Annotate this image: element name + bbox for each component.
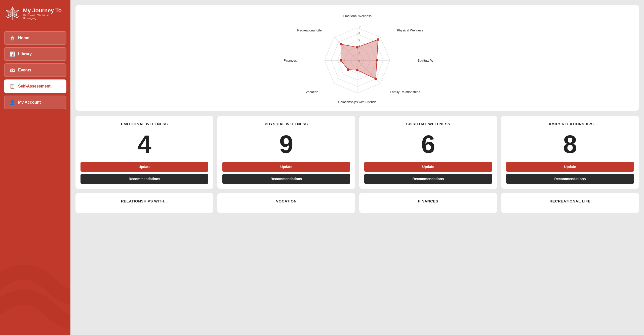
sidebar-item-self-assessment[interactable]: 📋 Self-Assessment	[4, 79, 66, 93]
score-family: 8	[563, 132, 577, 157]
score-physical: 9	[279, 132, 293, 157]
radar-label-finances: Finances	[284, 59, 297, 62]
card-relationships-friends: Relationships With...	[75, 193, 213, 213]
events-icon: 📅	[10, 67, 15, 73]
svg-text:0: 0	[358, 59, 360, 62]
update-spiritual-button[interactable]: Update	[364, 162, 492, 172]
recommendations-family-button[interactable]: Recommendations	[506, 174, 634, 184]
recommendations-emotional-button[interactable]: Recommendations	[80, 174, 208, 184]
card-emotional-wellness: Emotional Wellness 4 Update Recommendati…	[75, 116, 213, 189]
logo-icon	[5, 6, 20, 21]
card-title-vocation: Vocation	[222, 199, 350, 203]
card-title-physical: Physical Wellness	[265, 122, 308, 126]
svg-point-26	[340, 43, 342, 46]
score-cards-bottom-grid: Relationships With... Vocation Finances …	[75, 193, 639, 213]
update-physical-button[interactable]: Update	[222, 162, 350, 172]
score-emotional: 4	[137, 132, 151, 157]
card-title-emotional: Emotional Wellness	[121, 122, 168, 126]
update-family-button[interactable]: Update	[506, 162, 634, 172]
radar-label-recreational: Recreational Life	[297, 28, 322, 32]
radar-chart: 4 2 6 8 10 0 Emotional Wellness Physical…	[282, 10, 433, 106]
card-title-spiritual: Spiritual Wellness	[406, 122, 450, 126]
sidebar-label-events: Events	[18, 68, 31, 72]
radar-label-family: Family Relationships	[390, 90, 420, 94]
sidebar-label-my-account: My Account	[18, 100, 41, 105]
logo-text: My Journey To Renewal · Wellness · Belon…	[23, 8, 65, 20]
main-content: 4 2 6 8 10 0 Emotional Wellness Physical…	[70, 0, 644, 335]
sidebar-item-home[interactable]: 🏠 Home	[4, 31, 66, 45]
svg-point-22	[375, 78, 377, 80]
card-vocation: Vocation	[217, 193, 355, 213]
card-title-recreational: Recreational Life	[506, 199, 634, 203]
score-cards-grid: Emotional Wellness 4 Update Recommendati…	[75, 116, 639, 189]
radar-label-spiritual: Spiritual Wellness	[418, 59, 433, 62]
svg-text:8: 8	[358, 32, 360, 35]
svg-point-24	[347, 68, 349, 71]
card-title-relationships: Relationships With...	[80, 199, 208, 203]
sidebar-label-library: Library	[18, 52, 32, 56]
svg-point-19	[356, 46, 358, 49]
card-recreational-life: Recreational Life	[501, 193, 639, 213]
card-finances: Finances	[359, 193, 497, 213]
card-physical-wellness: Physical Wellness 9 Update Recommendatio…	[217, 116, 355, 189]
card-spiritual-wellness: Spiritual Wellness 6 Update Recommendati…	[359, 116, 497, 189]
svg-point-25	[340, 59, 342, 62]
sidebar-label-self-assessment: Self-Assessment	[18, 84, 51, 89]
radar-label-physical: Physical Wellness	[397, 28, 423, 32]
sidebar: My Journey To Renewal · Wellness · Belon…	[0, 0, 70, 335]
card-family-relationships: Family Relationships 8 Update Recommenda…	[501, 116, 639, 189]
sidebar-item-events[interactable]: 📅 Events	[4, 63, 66, 77]
card-title-family: Family Relationships	[546, 122, 594, 126]
radar-label-friends: Relationships with Friends	[338, 100, 376, 104]
account-icon: 👤	[10, 100, 15, 105]
update-emotional-button[interactable]: Update	[80, 162, 208, 172]
sidebar-nav: 🏠 Home 📊 Library 📅 Events 📋 Self-Assessm…	[0, 26, 70, 335]
logo-subtitle: Renewal · Wellness · Belonging	[23, 14, 65, 20]
radar-label-emotional: Emotional Wellness	[343, 14, 372, 18]
recommendations-spiritual-button[interactable]: Recommendations	[364, 174, 492, 184]
card-title-finances: Finances	[364, 199, 492, 203]
svg-text:6: 6	[358, 38, 360, 41]
recommendations-physical-button[interactable]: Recommendations	[222, 174, 350, 184]
svg-point-21	[376, 59, 378, 62]
logo-title: My Journey To	[23, 8, 65, 14]
radar-label-vocation: Vocation	[306, 90, 318, 94]
score-spiritual: 6	[421, 132, 435, 157]
svg-text:4: 4	[358, 45, 360, 48]
svg-point-20	[377, 38, 379, 41]
sidebar-item-library[interactable]: 📊 Library	[4, 47, 66, 61]
logo-area: My Journey To Renewal · Wellness · Belon…	[0, 0, 70, 26]
radar-card: 4 2 6 8 10 0 Emotional Wellness Physical…	[75, 5, 639, 111]
sidebar-label-home: Home	[18, 36, 29, 40]
sidebar-item-my-account[interactable]: 👤 My Account	[4, 96, 66, 109]
self-assessment-icon: 📋	[10, 83, 15, 89]
svg-point-23	[356, 69, 358, 71]
home-icon: 🏠	[10, 35, 15, 41]
library-icon: 📊	[10, 51, 15, 57]
svg-text:10: 10	[358, 26, 361, 29]
svg-text:2: 2	[358, 52, 360, 54]
